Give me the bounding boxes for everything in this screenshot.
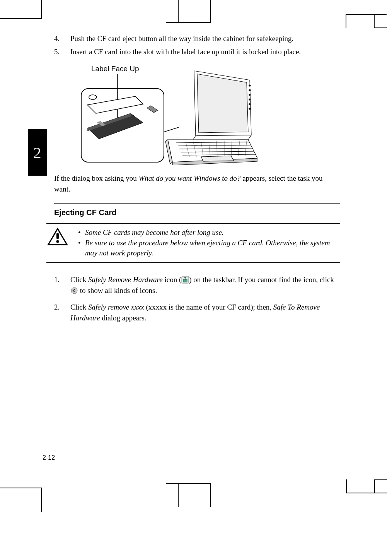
text: If the dialog box asking you <box>54 174 138 182</box>
step-number: 4. <box>54 33 70 44</box>
svg-point-16 <box>249 108 251 110</box>
step-text: Click Safely remove xxxx (xxxxx is the n… <box>70 302 340 324</box>
list-item: 2. Click Safely remove xxxx (xxxxx is th… <box>54 302 340 324</box>
step-number: 2. <box>54 302 70 324</box>
dialog-note: If the dialog box asking you What do you… <box>54 173 340 194</box>
svg-marker-10 <box>197 74 248 133</box>
note-line: Some CF cards may become hot after long … <box>85 228 224 238</box>
list-item: 1. Click Safely Remove Hardware icon () … <box>54 274 340 296</box>
svg-point-14 <box>249 99 251 100</box>
warning-icon <box>46 227 69 246</box>
svg-line-8 <box>164 127 179 132</box>
list-item: 5. Insert a CF card into the slot with t… <box>54 46 340 57</box>
step-text: Push the CF card eject button all the wa… <box>70 33 340 44</box>
dialog-title: What do you want Windows to do? <box>138 174 240 182</box>
svg-rect-38 <box>56 233 59 239</box>
instruction-list-top: 4. Push the CF card eject button all the… <box>54 33 340 57</box>
svg-point-12 <box>249 89 251 91</box>
laptop-illustration <box>73 62 257 165</box>
warning-note: •Some CF cards may become hot after long… <box>46 223 340 263</box>
page-number: 2-12 <box>43 454 55 461</box>
svg-point-3 <box>89 95 97 99</box>
svg-rect-41 <box>183 279 187 282</box>
step-number: 5. <box>54 46 70 57</box>
list-item: 4. Push the CF card eject button all the… <box>54 33 340 44</box>
section-heading: Ejecting CF Card <box>54 208 340 217</box>
svg-point-39 <box>56 240 59 243</box>
chapter-tab: 2 <box>28 129 47 176</box>
svg-point-15 <box>249 103 251 105</box>
chapter-number: 2 <box>34 144 41 162</box>
laptop-cf-figure: Label Face Up <box>73 62 257 165</box>
show-hidden-icons-icon <box>70 287 78 294</box>
svg-point-42 <box>71 288 77 294</box>
svg-marker-35 <box>201 156 233 161</box>
svg-marker-7 <box>147 106 158 113</box>
figure-label: Label Face Up <box>91 65 139 73</box>
note-line: Be sure to use the procedure below when … <box>85 238 340 258</box>
step-text: Click Safely Remove Hardware icon () on … <box>70 274 340 296</box>
svg-point-13 <box>249 94 251 96</box>
safely-remove-hardware-icon <box>181 276 189 284</box>
warning-text: •Some CF cards may become hot after long… <box>78 227 340 258</box>
section-divider <box>54 203 340 204</box>
instruction-list-bottom: 1. Click Safely Remove Hardware icon () … <box>54 274 340 324</box>
svg-point-11 <box>249 85 251 86</box>
step-number: 1. <box>54 274 70 296</box>
step-text: Insert a CF card into the slot with the … <box>70 46 340 57</box>
